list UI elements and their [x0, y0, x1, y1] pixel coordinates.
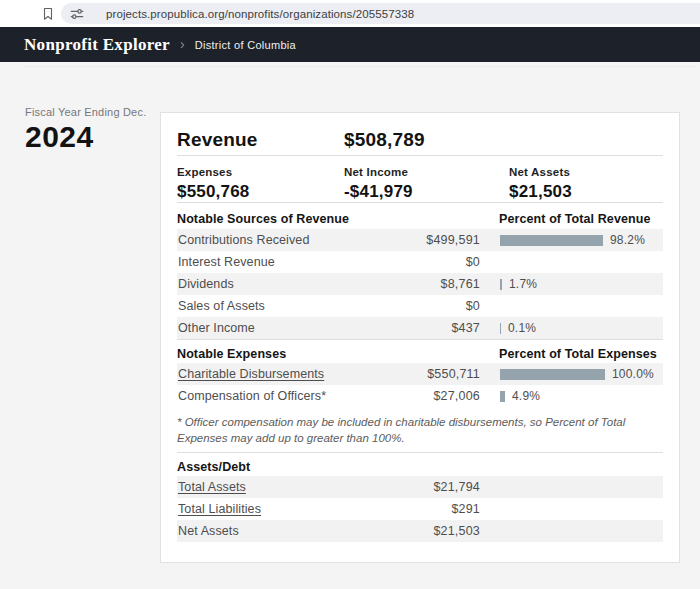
row-percent: 4.9% [500, 389, 540, 403]
summary-stats: Expenses $550,768 Net Income -$41,979 Ne… [177, 166, 663, 202]
row-label: Contributions Received [177, 233, 378, 247]
expenses-section: Notable Expenses Percent of Total Expens… [177, 345, 663, 446]
row-label: Interest Revenue [177, 255, 378, 269]
table-row: Total Liabilities $291 [177, 498, 663, 520]
stat-label: Net Income [344, 166, 509, 178]
table-header-row: Notable Expenses Percent of Total Expens… [177, 345, 663, 363]
revenue-sources-section: Notable Sources of Revenue Percent of To… [177, 209, 663, 339]
row-percent: 1.7% [500, 277, 537, 291]
screen: projects.propublica.org/nonprofits/organ… [0, 0, 700, 589]
financials-card: Revenue $508,789 Expenses $550,768 Net I… [160, 112, 680, 563]
row-label: Dividends [177, 277, 378, 291]
table-row: Charitable Disbursements $550,711 100.0% [177, 363, 663, 385]
table-header-row: Notable Sources of Revenue Percent of To… [177, 209, 663, 229]
table-row: Contributions Received $499,591 98.2% [177, 229, 663, 251]
row-value: $0 [378, 299, 480, 313]
browser-toolbar: projects.propublica.org/nonprofits/organ… [0, 0, 700, 27]
total-liabilities-link[interactable]: Total Liabilities [177, 502, 378, 516]
row-value: $499,591 [378, 233, 480, 247]
stat-label: Net Assets [509, 166, 663, 178]
row-percent: 100.0% [500, 367, 654, 381]
assets-debt-header: Assets/Debt [177, 460, 479, 474]
percent-expenses-header: Percent of Total Expenses [499, 347, 657, 361]
brand-logo[interactable]: Nonprofit Explorer [24, 35, 170, 55]
percent-text: 98.2% [610, 233, 645, 247]
row-value: $21,503 [378, 524, 480, 538]
table-row: Interest Revenue $0 [177, 251, 663, 273]
row-value: $0 [378, 255, 480, 269]
table-header-row: Assets/Debt [177, 458, 663, 476]
percent-text: 100.0% [612, 367, 654, 381]
stat-label: Expenses [177, 166, 344, 178]
percent-bar [500, 369, 605, 380]
site-settings-icon[interactable] [70, 7, 84, 21]
stat-net-assets: Net Assets $21,503 [509, 166, 663, 202]
percent-text: 0.1% [508, 321, 536, 335]
stat-value: $21,503 [509, 182, 663, 202]
revenue-label: Revenue [177, 129, 344, 151]
percent-bar [500, 235, 603, 246]
row-value: $8,761 [378, 277, 480, 291]
breadcrumb-state[interactable]: District of Columbia [195, 39, 296, 51]
revenue-value: $508,789 [344, 129, 663, 151]
stat-value: $550,768 [177, 182, 344, 202]
row-percent: 0.1% [500, 321, 536, 335]
row-value: $27,006 [378, 389, 480, 403]
row-label: Other Income [177, 321, 378, 335]
total-assets-link[interactable]: Total Assets [177, 480, 378, 494]
row-value: $21,794 [378, 480, 480, 494]
row-label: Compensation of Officers* [177, 389, 378, 403]
percent-text: 4.9% [512, 389, 540, 403]
divider [24, 66, 697, 67]
officer-compensation-footnote: * Officer compensation may be included i… [177, 414, 663, 446]
assets-debt-section: Assets/Debt Total Assets $21,794 Total L… [177, 458, 663, 542]
percent-bar [500, 391, 505, 402]
table-row: Dividends $8,761 1.7% [177, 273, 663, 295]
url-text: projects.propublica.org/nonprofits/organ… [106, 8, 414, 20]
row-percent: 98.2% [500, 233, 645, 247]
fiscal-year-block: Fiscal Year Ending Dec. 2024 [25, 106, 146, 154]
percent-revenue-header: Percent of Total Revenue [499, 212, 651, 226]
fiscal-year-value: 2024 [25, 120, 146, 154]
percent-bar [500, 279, 502, 290]
divider [177, 452, 663, 453]
expenses-header: Notable Expenses [177, 347, 479, 361]
bookmark-icon[interactable] [41, 6, 55, 22]
revenue-headline: Revenue $508,789 [177, 125, 663, 155]
breadcrumb-chevron-icon: › [180, 37, 185, 51]
percent-bar [500, 323, 501, 334]
revenue-sources-header: Notable Sources of Revenue [177, 212, 479, 226]
charitable-disbursements-link[interactable]: Charitable Disbursements [177, 367, 378, 381]
percent-text: 1.7% [509, 277, 537, 291]
table-row: Compensation of Officers* $27,006 4.9% [177, 385, 663, 407]
page-body: Fiscal Year Ending Dec. 2024 Revenue $50… [0, 62, 700, 589]
divider [177, 155, 663, 156]
site-header: Nonprofit Explorer › District of Columbi… [0, 27, 700, 62]
table-row: Net Assets $21,503 [177, 520, 663, 542]
row-value: $291 [378, 502, 480, 516]
divider [177, 339, 663, 340]
row-label: Net Assets [177, 524, 378, 538]
row-value: $550,711 [378, 367, 480, 381]
fiscal-year-label: Fiscal Year Ending Dec. [25, 106, 146, 118]
table-row: Sales of Assets $0 [177, 295, 663, 317]
stat-value: -$41,979 [344, 182, 509, 202]
stat-net-income: Net Income -$41,979 [344, 166, 509, 202]
row-value: $437 [378, 321, 480, 335]
stat-expenses: Expenses $550,768 [177, 166, 344, 202]
table-row: Total Assets $21,794 [177, 476, 663, 498]
url-bar[interactable]: projects.propublica.org/nonprofits/organ… [61, 3, 700, 24]
table-row: Other Income $437 0.1% [177, 317, 663, 339]
row-label: Sales of Assets [177, 299, 378, 313]
divider [177, 202, 663, 203]
